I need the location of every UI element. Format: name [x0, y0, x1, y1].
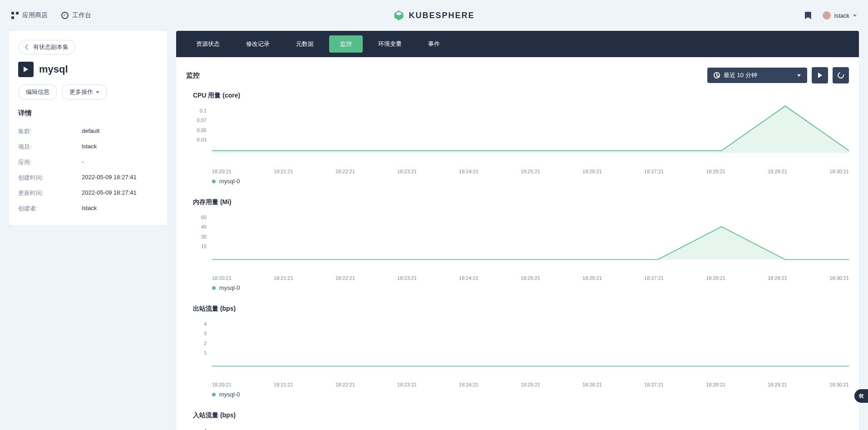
chart-legend: mysql-0: [193, 178, 849, 185]
xtick: 18:20:21: [212, 275, 232, 281]
detail-label: 应用:: [18, 158, 82, 166]
play-icon: [818, 73, 822, 78]
chevron-down-icon: [853, 15, 857, 17]
ytick: 4: [191, 321, 207, 327]
ytick: 15: [191, 244, 207, 249]
legend-dot-icon: [212, 393, 216, 396]
details-heading: 详情: [18, 109, 158, 117]
xtick: 18:25:21: [521, 382, 540, 387]
ytick: 30: [191, 234, 207, 239]
chart-legend: mysql-0: [193, 284, 849, 291]
content-area: 资源状态修改记录元数据监控环境变量事件 监控 最近 10 分钟: [176, 31, 859, 430]
brand-text: KUBESPHERE: [409, 11, 474, 20]
xtick: 18:28:21: [706, 382, 725, 387]
play-button[interactable]: [812, 67, 828, 83]
timerange-select[interactable]: 最近 10 分钟: [707, 68, 807, 83]
tab-2[interactable]: 元数据: [285, 35, 325, 53]
detail-value: lstack: [82, 143, 97, 151]
workspace-label: 工作台: [72, 11, 91, 20]
more-actions-button[interactable]: 更多操作: [62, 84, 107, 100]
bookmark-icon[interactable]: [805, 12, 811, 19]
xticks: 18:20:2118:21:2118:22:2118:23:2118:24:21…: [193, 382, 849, 387]
tab-0[interactable]: 资源状态: [185, 35, 231, 53]
xtick: 18:26:21: [582, 275, 602, 281]
user-menu[interactable]: lstack: [823, 11, 857, 20]
breadcrumb-label: 有状态副本集: [33, 43, 69, 51]
floating-help-badge[interactable]: 🛠: [854, 389, 868, 403]
xticks: 18:20:2118:21:2118:22:2118:23:2118:24:21…: [193, 275, 849, 281]
xtick: 18:29:21: [768, 275, 787, 281]
detail-row: 项目:lstack: [18, 139, 158, 155]
xticks: 18:20:2118:21:2118:22:2118:23:2118:24:21…: [193, 169, 849, 174]
xtick: 18:23:21: [397, 169, 417, 174]
tab-3[interactable]: 监控: [329, 35, 363, 53]
chevron-down-icon: [797, 74, 801, 77]
xtick: 18:25:21: [521, 275, 540, 281]
tab-1[interactable]: 修改记录: [235, 35, 281, 53]
legend-label: mysql-0: [219, 178, 240, 185]
detail-label: 创建时间:: [18, 174, 82, 182]
xtick: 18:24:21: [459, 275, 478, 281]
xtick: 18:28:21: [706, 275, 725, 281]
detail-row: 集群:default: [18, 124, 158, 139]
timerange-label: 最近 10 分钟: [724, 71, 757, 79]
chevron-left-icon: [25, 44, 30, 50]
detail-value: -: [82, 158, 84, 166]
xtick: 18:22:21: [335, 169, 355, 174]
top-header: 应用商店 工作台 KUBESPHERE lstack: [0, 0, 868, 31]
legend-dot-icon: [212, 180, 216, 183]
xtick: 18:24:21: [459, 382, 478, 387]
xtick: 18:23:21: [397, 275, 417, 281]
xtick: 18:29:21: [768, 382, 787, 387]
xtick: 18:29:21: [768, 169, 787, 174]
ytick: 4: [191, 428, 207, 430]
user-avatar-icon: [823, 11, 831, 20]
xtick: 18:27:21: [644, 382, 664, 387]
chart-title: 入站流量 (bps): [193, 411, 849, 420]
ytick: 60: [191, 215, 207, 220]
chart-title: 出站流量 (bps): [193, 305, 849, 313]
brand: KUBESPHERE: [393, 10, 474, 21]
ytick: 2: [191, 341, 207, 346]
refresh-icon: [836, 71, 845, 79]
xtick: 18:22:21: [335, 275, 355, 281]
legend-label: mysql-0: [219, 391, 240, 398]
chart-title: CPU 用量 (core): [193, 92, 849, 100]
monitor-title: 监控: [186, 71, 200, 80]
chart-title: 内存用量 (Mi): [193, 198, 849, 206]
tab-4[interactable]: 环境变量: [367, 35, 413, 53]
xtick: 18:27:21: [644, 169, 664, 174]
legend-label: mysql-0: [219, 284, 240, 291]
detail-label: 创建者:: [18, 205, 82, 213]
refresh-button[interactable]: [833, 67, 849, 83]
workspace-icon: [61, 12, 69, 19]
edit-button[interactable]: 编辑信息: [18, 84, 57, 100]
chart-area: 43: [193, 423, 849, 430]
appstore-link[interactable]: 应用商店: [11, 11, 48, 20]
details-list: 集群:default项目:lstack应用:-创建时间:2022-05-09 1…: [18, 124, 158, 216]
chart-block: CPU 用量 (core)0.10.070.050.0318:20:2118:2…: [186, 92, 849, 185]
xtick: 18:30:21: [829, 382, 849, 387]
chevron-down-icon: [96, 91, 99, 93]
detail-label: 项目:: [18, 143, 82, 151]
xtick: 18:28:21: [706, 169, 725, 174]
tab-5[interactable]: 事件: [417, 35, 451, 53]
xtick: 18:25:21: [521, 169, 540, 174]
detail-value: 2022-05-09 18:27:41: [82, 189, 137, 197]
ytick: 1: [191, 350, 207, 356]
resource-type-icon: [18, 62, 34, 77]
clock-icon: [714, 72, 720, 78]
workspace-link[interactable]: 工作台: [61, 11, 91, 20]
xtick: 18:30:21: [829, 169, 849, 174]
sidebar: 有状态副本集 mysql 编辑信息 更多操作 详情 集群:default项目:l…: [9, 31, 167, 430]
xtick: 18:30:21: [829, 275, 849, 281]
logo-icon: [393, 10, 404, 21]
breadcrumb-back[interactable]: 有状态副本集: [18, 40, 75, 54]
detail-value: default: [82, 127, 99, 136]
ytick: 0.07: [191, 117, 207, 123]
chart-area: 60453015: [193, 210, 849, 274]
appstore-label: 应用商店: [22, 11, 48, 20]
ytick: 0.1: [191, 108, 207, 113]
chart-area: 4321: [193, 317, 849, 380]
detail-row: 创建时间:2022-05-09 18:27:41: [18, 170, 158, 186]
